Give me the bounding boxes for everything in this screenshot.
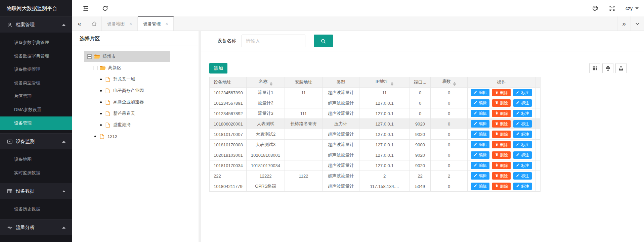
user-menu[interactable]: czy — [626, 6, 639, 11]
column-header-7[interactable]: 底数 — [431, 77, 468, 88]
refresh-icon[interactable] — [102, 5, 109, 12]
home-tab[interactable] — [87, 16, 102, 31]
edit-button[interactable]: 编辑 — [471, 131, 489, 138]
mark-button[interactable]: 标注 — [513, 151, 532, 159]
mark-button[interactable]: 标注 — [513, 172, 532, 180]
sidebar-item-2-1[interactable]: 设备地图 — [0, 153, 72, 166]
mark-button-label: 标注 — [521, 142, 529, 148]
mark-button[interactable]: 标注 — [513, 89, 532, 96]
mark-button[interactable]: 标注 — [513, 141, 532, 148]
pencil-icon — [516, 184, 520, 189]
file-icon — [105, 88, 111, 93]
tree-node-label: 新芒果春天 — [113, 110, 135, 116]
sidebar-item-1-4[interactable]: 设备类型管理 — [0, 76, 72, 90]
tree-row: 升龙又一城 — [72, 74, 199, 85]
column-header-2[interactable]: 名称 — [247, 77, 285, 88]
sidebar-item-3-1[interactable]: 设备历史数据 — [0, 202, 72, 216]
collapse-icon[interactable] — [93, 66, 97, 70]
mark-button[interactable]: 标注 — [513, 131, 532, 138]
device-name-input[interactable] — [242, 35, 305, 47]
tree-node-7[interactable]: 盛世港湾 — [84, 119, 199, 131]
sidebar-item-1-3[interactable]: 设备数据管理 — [0, 63, 72, 76]
sidebar-item-1-5[interactable]: 片区管理 — [0, 90, 72, 103]
theme-palette-icon[interactable] — [592, 5, 599, 12]
delete-button[interactable]: 删除 — [492, 172, 511, 180]
sort-icon[interactable] — [453, 82, 456, 86]
tree-node-5[interactable]: 高新企业加速器 — [84, 96, 199, 108]
add-button[interactable]: 添加 — [209, 63, 227, 74]
close-icon[interactable]: × — [165, 21, 168, 27]
mark-button[interactable]: 标注 — [513, 110, 532, 117]
pencil-icon — [516, 142, 520, 147]
edit-button[interactable]: 编辑 — [471, 151, 489, 159]
tree-node-6[interactable]: 新芒果春天 — [84, 108, 199, 119]
delete-button[interactable]: 删除 — [492, 89, 511, 96]
tree-node-2[interactable]: 高新区 — [84, 62, 199, 74]
delete-button-label: 删除 — [500, 184, 508, 189]
columns-filter-icon[interactable] — [589, 63, 600, 73]
fullscreen-icon[interactable] — [609, 5, 615, 12]
tab-2[interactable]: 设备管理× — [138, 16, 174, 31]
edit-button[interactable]: 编辑 — [471, 172, 489, 180]
table-cell-filler — [535, 88, 541, 98]
tabs-menu-button[interactable] — [631, 16, 644, 31]
mark-button[interactable]: 标注 — [513, 120, 532, 128]
sidebar-item-1-2[interactable]: 设备数据字典管理 — [0, 49, 72, 63]
delete-button[interactable]: 删除 — [492, 99, 511, 107]
tab-1[interactable]: 设备地图× — [102, 16, 138, 31]
edit-button[interactable]: 编辑 — [471, 120, 489, 128]
delete-button[interactable]: 删除 — [492, 162, 511, 169]
table-cell: 大表测试 — [247, 119, 285, 129]
tabs-scroll-left-button[interactable]: « — [72, 16, 87, 31]
table-cell-filler — [535, 181, 541, 192]
sidebar-item-2-2[interactable]: 实时监测数据 — [0, 166, 72, 180]
collapse-icon[interactable] — [87, 54, 92, 59]
tree-node-8[interactable]: 1212 — [84, 131, 199, 142]
edit-button[interactable]: 编辑 — [471, 141, 489, 148]
search-button[interactable] — [314, 35, 333, 47]
tree-node-3[interactable]: 升龙又一城 — [84, 74, 199, 85]
file-icon — [99, 134, 105, 139]
column-header-5[interactable]: IP地址 — [359, 77, 410, 88]
sidebar-group-2[interactable]: 设备监测 — [0, 133, 72, 149]
sidebar-item-1-6[interactable]: DMA参数设置 — [0, 103, 72, 116]
edit-button[interactable]: 编辑 — [471, 110, 489, 117]
delete-button[interactable]: 删除 — [492, 151, 511, 159]
close-icon[interactable]: × — [129, 21, 132, 27]
print-icon[interactable] — [602, 63, 613, 73]
mark-button[interactable]: 标注 — [513, 183, 532, 190]
delete-button[interactable]: 删除 — [492, 110, 511, 117]
pencil-icon — [474, 122, 477, 126]
sort-icon[interactable] — [270, 82, 272, 86]
delete-button[interactable]: 删除 — [492, 183, 511, 190]
table-cell-filler — [535, 108, 541, 119]
sidebar-group-1[interactable]: 档案管理 — [0, 16, 72, 33]
column-label: 类型 — [337, 80, 345, 85]
edit-button-label: 编辑 — [479, 90, 487, 96]
tabs-scroll-right-button[interactable]: » — [617, 16, 631, 31]
tree-node-label: 高新区 — [108, 65, 121, 71]
menu-fold-icon[interactable] — [82, 5, 89, 12]
table-card: 添加 — [201, 51, 644, 192]
delete-button[interactable]: 删除 — [492, 131, 511, 138]
edit-button[interactable]: 编辑 — [471, 183, 489, 190]
sidebar-item-1-1[interactable]: 设备参数字典管理 — [0, 36, 72, 49]
mark-button[interactable]: 标注 — [513, 162, 532, 169]
tree-node-4[interactable]: 电子商务产业园 — [84, 85, 199, 96]
edit-button[interactable]: 编辑 — [471, 162, 489, 169]
trash-icon — [495, 174, 499, 178]
sidebar-item-1-7[interactable]: 设备管理 — [0, 116, 72, 130]
table-cell: 超声波流量计 — [323, 88, 359, 98]
tree-node-1[interactable]: 郑州市 — [84, 51, 170, 62]
sidebar-group-3[interactable]: 设备数据 — [0, 183, 72, 199]
edit-button[interactable]: 编辑 — [471, 89, 489, 96]
delete-button[interactable]: 删除 — [492, 120, 511, 128]
sidebar-group-4[interactable]: 流量分析 — [0, 219, 72, 235]
delete-button[interactable]: 删除 — [492, 141, 511, 148]
edit-button[interactable]: 编辑 — [471, 99, 489, 107]
tree-node-label: 升龙又一城 — [113, 76, 135, 82]
export-icon[interactable] — [615, 63, 627, 73]
sort-icon[interactable] — [391, 82, 393, 86]
mark-button[interactable]: 标注 — [513, 99, 532, 107]
table-cell: 1122 — [285, 171, 323, 181]
